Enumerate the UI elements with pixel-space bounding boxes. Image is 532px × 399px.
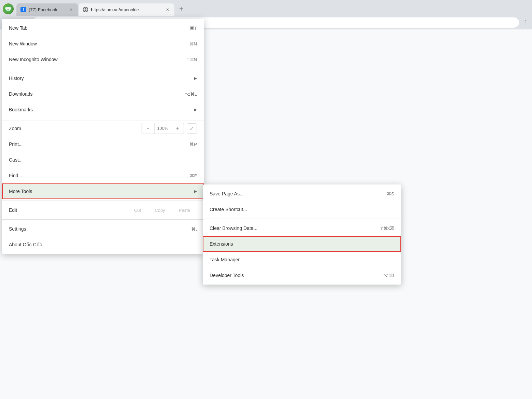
menu-item-new-window[interactable]: New Window ⌘N (2, 36, 204, 52)
menu-item-about[interactable]: About Cốc Cốc (2, 237, 204, 252)
menu-item-new-incognito-shortcut: ⇧⌘N (186, 57, 197, 62)
tab-atpcookie-title: https://sum.vn/atpcookie (91, 7, 162, 12)
menu-item-history-arrow: ▶ (194, 76, 197, 81)
sub-menu-save-page-as-shortcut: ⌘S (387, 191, 394, 196)
coccoc-logo (3, 3, 14, 14)
menu-item-more-tools-arrow: ▶ (194, 189, 197, 194)
menu-item-downloads[interactable]: Downloads ⌥⌘L (2, 86, 204, 102)
paste-button[interactable]: Paste (172, 206, 197, 214)
edit-row: Edit Cut Copy Paste (2, 202, 204, 218)
tab-facebook-close[interactable]: × (68, 7, 74, 12)
menu-divider-4 (2, 219, 204, 220)
menu-item-print-label: Print... (9, 141, 23, 147)
menu-item-settings-shortcut: ⌘, (191, 226, 197, 232)
sub-menu-item-create-shortcut[interactable]: Create Shortcut... (203, 202, 401, 217)
sub-menu: Save Page As... ⌘S Create Shortcut... Cl… (203, 184, 401, 285)
menu-item-history[interactable]: History ▶ (2, 70, 204, 86)
sub-menu-item-task-manager[interactable]: Task Manager (203, 252, 401, 267)
menu-item-cast[interactable]: Cast... (2, 152, 204, 168)
sub-menu-item-clear-browsing-data[interactable]: Clear Browsing Data... ⇧⌘⌫ (203, 220, 401, 236)
menu-item-find[interactable]: Find... ⌘F (2, 168, 204, 183)
tab-facebook[interactable]: f (77) Facebook × (16, 3, 78, 16)
main-menu: New Tab ⌘T New Window ⌘N New Incognito W… (2, 19, 204, 254)
sub-menu-extensions-label: Extensions (210, 241, 233, 247)
tab-bar: f (77) Facebook × https://sum.vn/atpcook… (0, 0, 532, 16)
menu-divider-1 (2, 69, 204, 69)
zoom-label: Zoom (9, 126, 142, 131)
sub-menu-create-shortcut-label: Create Shortcut... (210, 207, 247, 212)
sub-menu-item-extensions[interactable]: Extensions (203, 236, 401, 252)
menu-item-settings[interactable]: Settings ⌘, (2, 221, 204, 237)
menu-item-more-tools-label: More Tools (9, 189, 32, 194)
menu-item-new-incognito[interactable]: New Incognito Window ⇧⌘N (2, 52, 204, 67)
menu-item-cast-label: Cast... (9, 157, 23, 163)
cut-button[interactable]: Cut (127, 206, 148, 214)
menu-item-downloads-shortcut: ⌥⌘L (185, 92, 197, 97)
edit-label: Edit (9, 207, 127, 213)
menu-item-new-window-shortcut: ⌘N (189, 41, 197, 46)
menu-item-bookmarks[interactable]: Bookmarks ▶ (2, 102, 204, 118)
tab-atpcookie-favicon (83, 7, 88, 12)
sub-menu-developer-tools-label: Developer Tools (210, 273, 244, 278)
menu-item-new-incognito-label: New Incognito Window (9, 57, 57, 62)
zoom-row: Zoom - 100% + ⤢ (2, 121, 204, 136)
zoom-value: 100% (154, 123, 171, 134)
menu-item-about-label: About Cốc Cốc (9, 242, 42, 247)
sub-menu-item-developer-tools[interactable]: Developer Tools ⌥⌘I (203, 267, 401, 283)
sub-menu-task-manager-label: Task Manager (210, 257, 240, 262)
sub-menu-divider-1 (203, 219, 401, 219)
menu-item-bookmarks-arrow: ▶ (194, 107, 197, 112)
menu-item-downloads-label: Downloads (9, 91, 32, 97)
tab-facebook-favicon: f (21, 7, 26, 12)
sub-menu-save-page-as-label: Save Page As... (210, 191, 244, 196)
menu-item-new-tab[interactable]: New Tab ⌘T (2, 20, 204, 36)
edit-buttons: Cut Copy Paste (127, 206, 197, 214)
new-tab-button[interactable]: + (176, 3, 187, 14)
menu-item-history-label: History (9, 75, 24, 81)
sub-menu-clear-browsing-data-shortcut: ⇧⌘⌫ (380, 226, 394, 231)
zoom-minus-button[interactable]: - (142, 123, 154, 134)
zoom-controls: - 100% + (142, 123, 184, 134)
tab-atpcookie[interactable]: https://sum.vn/atpcookie × (79, 3, 174, 16)
svg-point-1 (5, 7, 8, 10)
menu-item-print-shortcut: ⌘P (189, 142, 197, 147)
sub-menu-developer-tools-shortcut: ⌥⌘I (383, 273, 394, 278)
zoom-plus-button[interactable]: + (171, 123, 184, 134)
menu-divider-3 (2, 201, 204, 201)
menu-item-new-tab-label: New Tab (9, 25, 27, 31)
menu-item-new-window-label: New Window (9, 41, 37, 46)
menu-item-more-tools[interactable]: More Tools ▶ (2, 183, 204, 199)
copy-button[interactable]: Copy (148, 206, 172, 214)
fullscreen-button[interactable]: ⤢ (187, 123, 197, 134)
menu-item-new-tab-shortcut: ⌘T (190, 26, 197, 31)
tab-atpcookie-close[interactable]: × (165, 7, 170, 12)
menu-item-bookmarks-label: Bookmarks (9, 107, 33, 112)
menu-item-settings-label: Settings (9, 226, 26, 232)
sub-menu-clear-browsing-data-label: Clear Browsing Data... (210, 225, 257, 231)
sub-menu-item-save-page-as[interactable]: Save Page As... ⌘S (203, 186, 401, 202)
menu-divider-2 (2, 119, 204, 119)
menu-item-print[interactable]: Print... ⌘P (2, 136, 204, 152)
menu-item-find-label: Find... (9, 173, 22, 178)
menu-item-find-shortcut: ⌘F (190, 173, 197, 178)
menu-button[interactable]: ⋮ (521, 18, 529, 27)
tab-facebook-title: (77) Facebook (29, 7, 66, 12)
